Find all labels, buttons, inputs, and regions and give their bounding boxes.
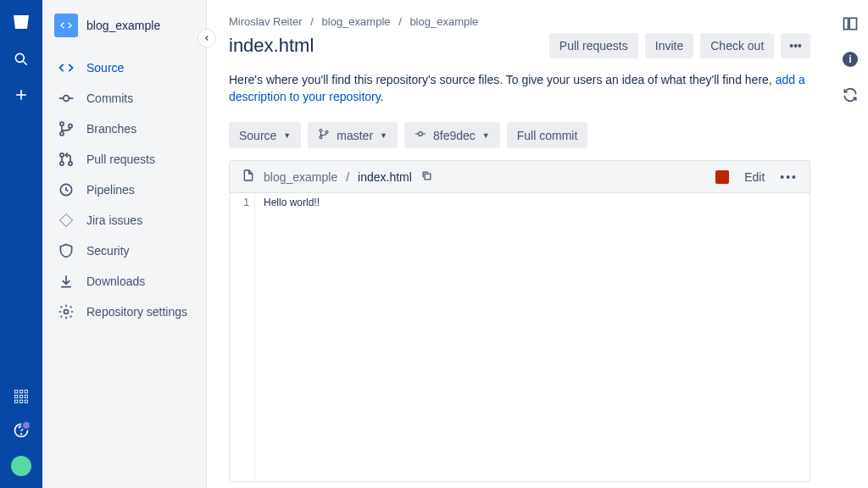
contributor-avatar[interactable] (715, 170, 729, 184)
line-number-gutter: 1 (230, 193, 255, 481)
svg-rect-10 (15, 400, 18, 402)
file-content: 1 Hello world!! (230, 193, 810, 481)
code-icon (58, 59, 75, 76)
svg-point-21 (60, 153, 64, 157)
pull-requests-button[interactable]: Pull requests (549, 33, 638, 58)
info-icon[interactable]: i (842, 51, 859, 68)
plus-icon[interactable] (13, 86, 30, 103)
full-commit-button[interactable]: Full commit (507, 122, 588, 148)
svg-rect-34 (849, 18, 856, 29)
gear-icon (58, 303, 75, 320)
repo-name: blog_example (86, 19, 160, 32)
sidebar-item-repository-settings[interactable]: Repository settings (42, 297, 206, 327)
sidebar-item-label: Security (86, 244, 130, 258)
sidebar-item-label: Repository settings (86, 305, 187, 319)
svg-point-25 (64, 310, 69, 314)
svg-rect-5 (19, 391, 22, 393)
branch-dropdown[interactable]: master ▼ (308, 122, 398, 148)
svg-rect-33 (844, 18, 849, 29)
sidebar-item-pull-requests[interactable]: Pull requests (42, 144, 206, 175)
apps-grid-icon[interactable] (13, 388, 30, 405)
sidebar: blog_example Source Commits Branches Pul… (42, 0, 207, 488)
svg-point-20 (69, 125, 72, 128)
breadcrumb-item[interactable]: blog_example (322, 15, 391, 28)
svg-point-29 (419, 132, 423, 136)
sidebar-item-label: Commits (86, 92, 133, 105)
avatar[interactable] (11, 456, 31, 476)
file-panel-header: blog_example / index.html Edit ••• (230, 161, 810, 193)
commit-icon (58, 90, 75, 107)
sidebar-item-label: Pull requests (86, 152, 155, 166)
more-horizontal-icon: ••• (789, 39, 802, 53)
sidebar-item-pipelines[interactable]: Pipelines (42, 175, 206, 205)
sidebar-item-label: Downloads (86, 274, 145, 288)
right-rail: i (832, 0, 868, 488)
search-icon[interactable] (13, 51, 30, 68)
sidebar-item-label: Pipelines (86, 183, 135, 197)
jira-icon (58, 212, 75, 229)
sidebar-item-label: Jira issues (86, 214, 142, 227)
repo-description: Here's where you'll find this repository… (229, 72, 810, 105)
svg-point-28 (326, 130, 328, 133)
global-nav (0, 0, 42, 488)
shield-icon (58, 242, 75, 259)
sidebar-item-jira-issues[interactable]: Jira issues (42, 205, 206, 236)
svg-point-23 (69, 162, 72, 165)
svg-rect-7 (15, 395, 18, 397)
download-icon (58, 273, 75, 290)
sidebar-item-security[interactable]: Security (42, 236, 206, 266)
more-actions-button[interactable]: ••• (781, 33, 810, 58)
svg-point-27 (320, 136, 322, 139)
svg-rect-32 (425, 174, 431, 180)
branch-icon (58, 120, 75, 137)
commit-dropdown[interactable]: 8fe9dec ▼ (404, 122, 500, 148)
breadcrumb-item[interactable]: blog_example (409, 15, 478, 28)
repo-code-icon (54, 14, 78, 37)
svg-line-1 (24, 62, 27, 65)
sidebar-item-downloads[interactable]: Downloads (42, 266, 206, 297)
svg-point-19 (60, 132, 64, 136)
svg-point-18 (60, 122, 64, 125)
file-icon (242, 169, 255, 185)
check-out-button[interactable]: Check out (700, 33, 774, 58)
sidebar-item-label: Branches (86, 122, 136, 136)
page-title: index.html (229, 35, 314, 57)
svg-point-26 (320, 130, 322, 132)
svg-point-14 (21, 434, 22, 435)
code-area: Hello world!! (255, 193, 810, 481)
svg-point-15 (64, 96, 70, 102)
file-path-dir[interactable]: blog_example (264, 170, 337, 184)
sidebar-item-label: Source (86, 61, 124, 75)
sidebar-item-source[interactable]: Source (42, 53, 206, 83)
chevron-down-icon: ▼ (380, 131, 387, 140)
svg-rect-12 (25, 400, 27, 402)
breadcrumb-item[interactable]: Miroslav Reiter (229, 15, 303, 28)
edit-button[interactable]: Edit (744, 170, 765, 184)
source-toolbar: Source ▼ master ▼ 8fe9dec ▼ Full commit (229, 122, 810, 148)
more-horizontal-icon[interactable]: ••• (780, 170, 798, 184)
source-dropdown[interactable]: Source ▼ (229, 122, 301, 148)
breadcrumb: Miroslav Reiter / blog_example / blog_ex… (229, 15, 810, 28)
sidebar-item-commits[interactable]: Commits (42, 83, 206, 114)
bitbucket-logo-icon[interactable] (11, 12, 31, 32)
svg-rect-8 (19, 395, 22, 397)
svg-rect-11 (19, 400, 22, 402)
svg-rect-6 (25, 391, 27, 393)
sidebar-item-branches[interactable]: Branches (42, 114, 206, 144)
svg-point-0 (15, 53, 24, 62)
details-panel-icon[interactable] (842, 15, 859, 32)
commit-icon (415, 128, 426, 142)
svg-rect-9 (25, 395, 27, 397)
file-panel: blog_example / index.html Edit ••• 1 Hel… (229, 160, 810, 482)
chevron-down-icon: ▼ (482, 131, 490, 140)
pull-request-icon (58, 151, 75, 168)
main-content: Miroslav Reiter / blog_example / blog_ex… (207, 0, 832, 488)
sync-icon[interactable] (842, 86, 859, 103)
chevron-down-icon: ▼ (283, 131, 291, 140)
invite-button[interactable]: Invite (645, 33, 693, 58)
copy-icon[interactable] (420, 169, 433, 185)
svg-rect-4 (15, 391, 18, 393)
file-path-name: index.html (358, 170, 412, 184)
header-actions: Pull requests Invite Check out ••• (549, 33, 810, 58)
help-icon[interactable] (13, 422, 30, 439)
